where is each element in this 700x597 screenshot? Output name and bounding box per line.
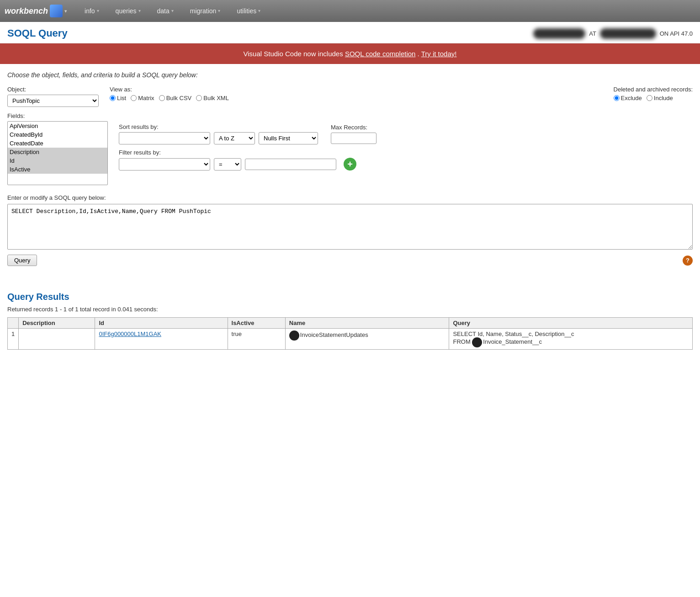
row-num-cell: 1 bbox=[8, 329, 19, 350]
object-select[interactable]: PushTopic bbox=[7, 95, 99, 107]
banner-link-try[interactable]: Try it today! bbox=[421, 50, 457, 58]
results-table-head: Description Id IsActive Name Query bbox=[8, 318, 693, 329]
radio-list[interactable] bbox=[110, 95, 116, 101]
radio-matrix[interactable] bbox=[131, 95, 137, 101]
header-right: XXXXXXXXX AT XXXXXXXXXX ON API 47.0 bbox=[533, 28, 693, 39]
view-as-group: View as: List Matrix Bulk CSV Bulk XML bbox=[110, 86, 229, 101]
max-records-label: Max Records: bbox=[331, 124, 377, 131]
nav-item-migration[interactable]: migration ▾ bbox=[182, 0, 229, 22]
object-label: Object: bbox=[7, 86, 99, 93]
field-option-createdbyid: CreatedById bbox=[8, 130, 107, 139]
fields-label: Fields: bbox=[7, 112, 108, 119]
query-avatar-icon bbox=[472, 337, 482, 347]
nav-item-migration-label: migration bbox=[190, 0, 217, 22]
radio-bulkxml[interactable] bbox=[196, 95, 202, 101]
logo[interactable]: workbench ▾ bbox=[5, 5, 67, 17]
fields-row: Fields: ApiVersion CreatedById CreatedDa… bbox=[7, 112, 693, 185]
radio-label-exclude[interactable]: Exclude bbox=[614, 95, 642, 101]
field-option-createddate: CreatedDate bbox=[8, 139, 107, 148]
results-table: Description Id IsActive Name Query 1 0IF… bbox=[7, 317, 693, 350]
help-icon[interactable]: ? bbox=[683, 256, 693, 266]
results-info: Returned records 1 - 1 of 1 total record… bbox=[7, 306, 693, 313]
table-row: 1 0IF6g000000L1M1GAK true InvoiceStateme… bbox=[8, 329, 693, 350]
radio-bulkcsv[interactable] bbox=[159, 95, 165, 101]
deleted-radio-row: Exclude Include bbox=[614, 95, 693, 101]
object-group: Object: PushTopic bbox=[7, 86, 99, 107]
nav-item-data[interactable]: data ▾ bbox=[149, 0, 182, 22]
org-name-blurred: XXXXXXXXXX bbox=[600, 28, 656, 39]
sort-field-select[interactable] bbox=[119, 132, 210, 144]
nav-item-utilities-arrow: ▾ bbox=[258, 0, 260, 22]
soql-section: Enter or modify a SOQL query below: SELE… bbox=[7, 194, 693, 251]
instruction-text: Choose the object, fields, and criteria … bbox=[7, 71, 693, 79]
add-filter-button[interactable]: + bbox=[344, 158, 356, 171]
fields-group: Fields: ApiVersion CreatedById CreatedDa… bbox=[7, 112, 108, 185]
row-id-cell: 0IF6g000000L1M1GAK bbox=[95, 329, 228, 350]
api-version-text: ON API 47.0 bbox=[660, 30, 693, 37]
filter-group: Filter results by: = != < > <= >= LIKE bbox=[119, 149, 377, 171]
col-id: Id bbox=[95, 318, 228, 329]
sort-controls: A to Z Z to A Nulls First Nulls Last bbox=[119, 132, 318, 144]
view-as-radio-row: List Matrix Bulk CSV Bulk XML bbox=[110, 95, 229, 101]
sort-label: Sort results by: bbox=[119, 123, 318, 130]
row-query-cell: SELECT Id, Name, Status__c, Description_… bbox=[449, 329, 693, 350]
results-table-header-row: Description Id IsActive Name Query bbox=[8, 318, 693, 329]
header-at-text: AT bbox=[589, 30, 596, 37]
filter-value-input[interactable] bbox=[245, 159, 336, 170]
user-name-blurred: XXXXXXXXX bbox=[533, 28, 585, 39]
nav-item-utilities[interactable]: utilities ▾ bbox=[228, 0, 269, 22]
col-isactive: IsActive bbox=[228, 318, 285, 329]
soql-label: Enter or modify a SOQL query below: bbox=[7, 194, 693, 201]
filter-eq-select[interactable]: = != < > <= >= LIKE bbox=[214, 158, 241, 171]
banner-link-soql[interactable]: SOQL code completion bbox=[345, 50, 416, 58]
radio-label-include[interactable]: Include bbox=[647, 95, 673, 101]
query-row: Query ? bbox=[7, 255, 693, 266]
object-row: Object: PushTopic View as: List Matrix B… bbox=[7, 86, 693, 107]
row-name-cell: InvoiceStatementUpdates bbox=[285, 329, 449, 350]
query-button[interactable]: Query bbox=[7, 255, 37, 266]
col-name: Name bbox=[285, 318, 449, 329]
col-rownum bbox=[8, 318, 19, 329]
sort-order-select[interactable]: A to Z Z to A bbox=[214, 132, 255, 144]
view-as-label: View as: bbox=[110, 86, 229, 93]
max-records-input[interactable] bbox=[331, 133, 377, 144]
nav-item-utilities-label: utilities bbox=[237, 0, 256, 22]
radio-label-bulkxml[interactable]: Bulk XML bbox=[196, 95, 229, 101]
logo-text: workbench bbox=[5, 6, 48, 16]
main-content: Choose the object, fields, and criteria … bbox=[0, 64, 700, 273]
soql-textarea[interactable]: SELECT Description,Id,IsActive,Name,Quer… bbox=[7, 204, 693, 250]
nav-item-queries[interactable]: queries ▾ bbox=[107, 0, 149, 22]
sort-nulls-select[interactable]: Nulls First Nulls Last bbox=[259, 132, 318, 144]
col-description: Description bbox=[19, 318, 95, 329]
logo-dropdown-arrow[interactable]: ▾ bbox=[64, 8, 67, 14]
filter-label: Filter results by: bbox=[119, 149, 377, 156]
fields-listbox[interactable]: ApiVersion CreatedById CreatedDate Descr… bbox=[7, 121, 108, 185]
sort-filter-group: Sort results by: A to Z Z to A Nulls Fir… bbox=[119, 112, 377, 171]
field-option-apiversion: ApiVersion bbox=[8, 122, 107, 130]
radio-label-matrix[interactable]: Matrix bbox=[131, 95, 154, 101]
max-records-group: Max Records: bbox=[331, 124, 377, 144]
nav-item-info[interactable]: info ▾ bbox=[76, 0, 107, 22]
filter-controls: = != < > <= >= LIKE + bbox=[119, 158, 377, 171]
results-title: Query Results bbox=[7, 292, 693, 302]
nav-item-queries-arrow: ▾ bbox=[138, 0, 141, 22]
nav-menu: info ▾ queries ▾ data ▾ migration ▾ util… bbox=[76, 0, 269, 22]
promo-banner: Visual Studio Code now includes SOQL cod… bbox=[0, 43, 700, 64]
page-header: SOQL Query XXXXXXXXX AT XXXXXXXXXX ON AP… bbox=[0, 22, 700, 43]
nav-item-data-arrow: ▾ bbox=[171, 0, 174, 22]
filter-field-select[interactable] bbox=[119, 158, 210, 171]
row-id-link[interactable]: 0IF6g000000L1M1GAK bbox=[99, 330, 161, 337]
nav-item-queries-label: queries bbox=[116, 0, 137, 22]
sort-group: Sort results by: A to Z Z to A Nulls Fir… bbox=[119, 123, 318, 144]
radio-label-list[interactable]: List bbox=[110, 95, 126, 101]
field-option-isactive: IsActive bbox=[8, 165, 107, 174]
field-option-id: Id bbox=[8, 156, 107, 165]
row-description-cell bbox=[19, 329, 95, 350]
radio-include[interactable] bbox=[647, 95, 652, 101]
nav-item-migration-arrow: ▾ bbox=[218, 0, 220, 22]
radio-exclude[interactable] bbox=[614, 95, 620, 101]
nav-item-info-label: info bbox=[85, 0, 95, 22]
radio-label-bulkcsv[interactable]: Bulk CSV bbox=[159, 95, 192, 101]
name-avatar-icon bbox=[289, 330, 299, 341]
nav-item-data-label: data bbox=[157, 0, 170, 22]
